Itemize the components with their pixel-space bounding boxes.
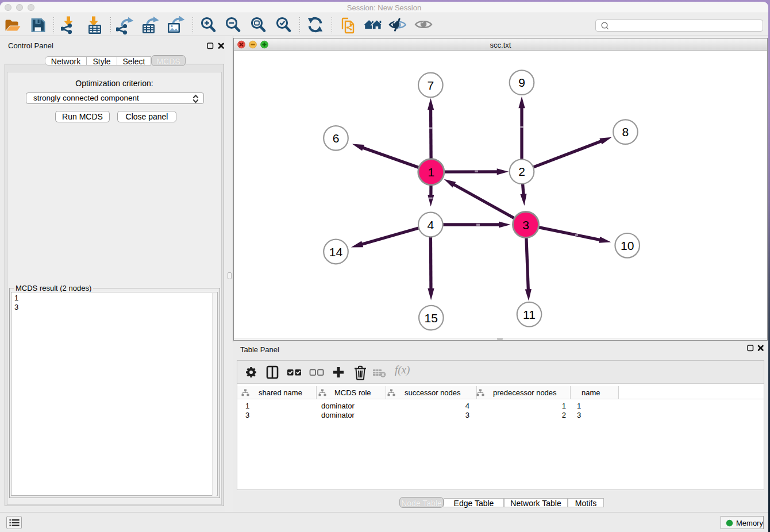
svg-text:7: 7	[427, 79, 434, 92]
svg-text:10: 10	[621, 239, 634, 252]
svg-text:14: 14	[329, 245, 343, 259]
svg-text:1: 1	[428, 165, 434, 179]
svg-text:15: 15	[425, 311, 438, 325]
svg-text:3: 3	[522, 218, 529, 232]
svg-text:9: 9	[518, 76, 525, 89]
svg-text:4: 4	[427, 218, 434, 232]
svg-text:6: 6	[333, 132, 340, 145]
svg-text:11: 11	[523, 308, 536, 321]
svg-text:8: 8	[622, 125, 629, 138]
svg-text:2: 2	[518, 165, 525, 178]
